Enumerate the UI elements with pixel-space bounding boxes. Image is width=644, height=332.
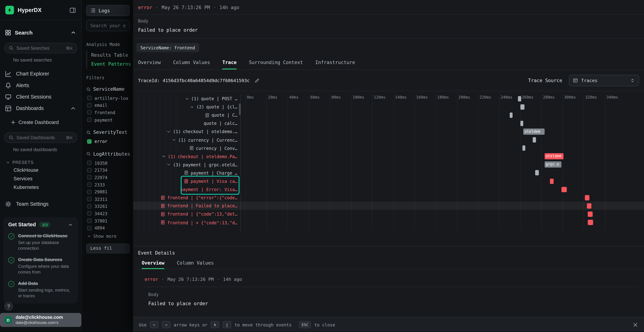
saved-dashboards-input[interactable]: Saved Dashboards ⌘K: [4, 132, 77, 143]
facet-checkbox-row[interactable]: artillery-loa: [82, 94, 133, 102]
trace-row[interactable]: (3)payment | grpc.oteld…grpc.o: [133, 160, 644, 169]
trace-row[interactable]: (1)checkout | oteldemo.…oteldem: [133, 128, 644, 136]
close-icon[interactable]: [632, 322, 638, 328]
trace-source-select[interactable]: Traces: [569, 75, 639, 86]
span-bar[interactable]: [533, 137, 536, 142]
user-menu[interactable]: D dale@clickhouse.com dale@clickhouse.co…: [0, 313, 82, 327]
facet-checkbox-row[interactable]: frontend: [82, 109, 133, 116]
facet-checkbox-row[interactable]: 21734: [82, 166, 133, 174]
checkbox[interactable]: [87, 168, 92, 172]
span-bar[interactable]: oteldem: [524, 128, 544, 134]
preset-item-clickhouse[interactable]: ClickHouse: [0, 166, 82, 174]
span-bar[interactable]: [518, 96, 521, 101]
check-icon: [10, 258, 13, 262]
checkbox[interactable]: [87, 139, 92, 144]
facet-checkbox-row[interactable]: 32311: [82, 196, 133, 203]
span-bar[interactable]: [522, 146, 526, 151]
saved-searches-input[interactable]: Saved Searches ⌘K: [4, 43, 77, 54]
facet-checkbox-row[interactable]: 33261: [82, 203, 133, 210]
checkbox[interactable]: [87, 226, 92, 230]
span-bar[interactable]: oteldem: [544, 153, 564, 160]
tab-surrounding-context[interactable]: Surrounding Context: [249, 56, 303, 70]
trace-row[interactable]: (1)currency | Currenc…: [133, 136, 644, 144]
chevron-up-icon[interactable]: [70, 29, 76, 36]
trace-row[interactable]: frontend | {"error":{"code…: [133, 194, 644, 202]
show-more-button[interactable]: Show more: [82, 233, 133, 240]
sidebar-item-chart-explorer[interactable]: Chart Explorer: [0, 68, 82, 80]
presets-toggle[interactable]: PRESETS: [6, 158, 81, 166]
body-label: Body: [148, 292, 639, 297]
checkbox[interactable]: [87, 118, 92, 122]
facet-checkbox-row[interactable]: 4894: [82, 224, 133, 232]
facet-checkbox-row[interactable]: 19350: [82, 160, 133, 166]
checkbox[interactable]: [87, 204, 92, 208]
checkbox[interactable]: [87, 197, 92, 201]
less-filters-button[interactable]: Less fil: [86, 244, 130, 253]
trace-row[interactable]: (1)quote | POST …: [133, 94, 644, 103]
gear-icon: [5, 201, 12, 208]
facet-checkbox-row[interactable]: 37801: [82, 217, 133, 224]
help-button[interactable]: ?: [4, 302, 13, 311]
span-bar[interactable]: [510, 112, 513, 118]
facet-checkbox-row[interactable]: payment: [82, 116, 133, 123]
facet-checkbox-row[interactable]: email: [82, 102, 133, 109]
checkbox[interactable]: [87, 103, 92, 108]
preset-item-kubernetes[interactable]: Kubernetes: [0, 183, 82, 192]
span-bar[interactable]: [550, 178, 554, 184]
trace-row[interactable]: frontend | Failed to place…: [133, 202, 644, 210]
checkbox[interactable]: [87, 218, 92, 223]
chevron-up-icon[interactable]: [68, 222, 73, 227]
analysis-mode-results-table[interactable]: Results Table: [87, 50, 133, 60]
source-select[interactable]: Logs: [86, 5, 130, 16]
span-bar[interactable]: [588, 220, 593, 225]
span-bar[interactable]: [520, 121, 524, 126]
analysis-mode-event-patterns[interactable]: Event Patterns: [87, 60, 133, 69]
checkbox[interactable]: [87, 182, 92, 187]
tab-column-values[interactable]: Column Values: [173, 56, 210, 70]
get-started-header[interactable]: Get Started 3/3: [8, 222, 73, 228]
trace-row[interactable]: (2)quote | {cl…: [133, 103, 644, 111]
create-dashboard-button[interactable]: Create Dashboard: [0, 118, 82, 127]
span-bar[interactable]: [535, 170, 539, 176]
key-j: j: [223, 321, 231, 328]
checkbox[interactable]: [87, 110, 92, 115]
tab-trace[interactable]: Trace: [222, 56, 236, 70]
search-section-header[interactable]: Search: [5, 27, 76, 38]
trace-row[interactable]: frontend | {"code":13,"det…: [133, 210, 644, 218]
query-input[interactable]: Search your e: [86, 20, 130, 31]
collapse-sidebar-icon[interactable]: [70, 7, 76, 14]
facet-checkbox-row[interactable]: 22974: [82, 174, 133, 181]
sidebar-item-dashboards[interactable]: Dashboards: [0, 103, 82, 114]
span-bar[interactable]: grpc.o: [544, 162, 562, 168]
trace-row[interactable]: frontend | × {"code":13,"d…: [133, 218, 644, 226]
span-bar[interactable]: [520, 104, 524, 110]
tab-infrastructure[interactable]: Infrastructure: [315, 56, 355, 70]
span-bar[interactable]: [584, 195, 590, 200]
trace-row[interactable]: (1)checkout | oteldemo.Pa…oteldem: [133, 152, 644, 160]
span-bar[interactable]: [561, 187, 567, 192]
trace-row[interactable]: quote | C…: [133, 111, 644, 119]
facet-checkbox-row[interactable]: error: [82, 138, 133, 145]
checkbox[interactable]: [87, 175, 92, 180]
check-icon: [10, 234, 13, 238]
preset-item-services[interactable]: Services: [0, 174, 82, 183]
service-name-tag[interactable]: ServiceName: frontend: [136, 43, 199, 52]
edit-icon[interactable]: [254, 78, 260, 83]
span-bar[interactable]: [587, 203, 592, 208]
checkbox[interactable]: [87, 161, 92, 165]
sidebar-item-client-sessions[interactable]: Client Sessions: [0, 91, 82, 103]
event-details-tab-overview[interactable]: Overview: [142, 257, 164, 269]
trace-row[interactable]: currency | Conv…: [133, 144, 644, 152]
checkbox[interactable]: [87, 96, 92, 100]
span-bar[interactable]: [588, 212, 593, 217]
facet-checkbox-row[interactable]: 29081: [82, 188, 133, 195]
checkbox[interactable]: [87, 211, 92, 216]
sidebar-item-alerts[interactable]: Alerts: [0, 80, 82, 91]
event-details-tab-column-values[interactable]: Column Values: [177, 257, 214, 269]
facet-checkbox-row[interactable]: 34423: [82, 210, 133, 217]
checkbox[interactable]: [87, 190, 92, 194]
team-settings-button[interactable]: Team Settings: [0, 198, 82, 210]
trace-row[interactable]: quote | calc…: [133, 119, 644, 127]
facet-checkbox-row[interactable]: 2333: [82, 181, 133, 188]
tab-overview[interactable]: Overview: [138, 56, 161, 70]
